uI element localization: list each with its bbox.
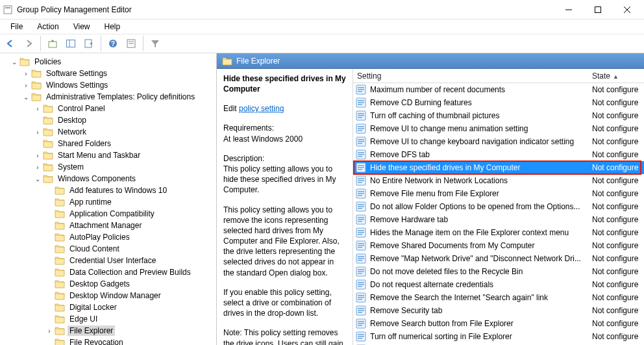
tree-item[interactable]: ·Application Compatibility: [0, 208, 216, 220]
tree-item[interactable]: ·Add features to Windows 10: [0, 185, 216, 196]
tree-item[interactable]: ·Credential User Interface: [0, 255, 216, 266]
folder-icon: [31, 80, 42, 90]
tree-item[interactable]: ·Desktop Gadgets: [0, 278, 216, 290]
chevron-down-icon[interactable]: ⌄: [22, 94, 30, 101]
chevron-right-icon[interactable]: ›: [34, 105, 42, 112]
tree-item[interactable]: ·Attachment Manager: [0, 220, 216, 231]
folder-icon: [222, 56, 232, 66]
setting-row[interactable]: Remove "Map Network Drive" and "Disconne…: [353, 252, 644, 265]
setting-state: Not configure: [592, 332, 644, 341]
description-text-1: This policy setting allows you to hide t…: [223, 164, 336, 194]
svg-text:?: ?: [111, 40, 115, 47]
folder-icon: [55, 290, 65, 301]
setting-row[interactable]: Hide these specified drives in My Comput…: [353, 161, 644, 174]
setting-row[interactable]: Maximum number of recent documentsNot co…: [353, 83, 644, 96]
setting-row[interactable]: Remove DFS tabNot configure: [353, 148, 644, 161]
tree-item[interactable]: ›System: [0, 161, 216, 173]
chevron-right-icon[interactable]: ›: [34, 164, 42, 171]
tree-item[interactable]: ·File Revocation: [0, 337, 216, 345]
folder-icon: [55, 185, 65, 196]
tree-item[interactable]: ⌄Policies: [0, 56, 216, 68]
tree-item-label: Start Menu and Taskbar: [56, 150, 142, 160]
setting-row[interactable]: Remove Shared Documents from My Computer…: [353, 239, 644, 252]
tree-item[interactable]: ·Desktop: [0, 114, 216, 126]
setting-row[interactable]: Do not allow Folder Options to be opened…: [353, 200, 644, 213]
folder-icon: [55, 302, 65, 313]
chevron-right-icon[interactable]: ›: [22, 82, 30, 89]
column-headers[interactable]: Setting State▲: [353, 69, 644, 83]
tree-item[interactable]: ·App runtime: [0, 196, 216, 208]
policy-item-icon: [356, 227, 366, 238]
tree-item[interactable]: ·Desktop Window Manager: [0, 290, 216, 301]
menu-file[interactable]: File: [4, 21, 29, 32]
chevron-right-icon[interactable]: ›: [34, 152, 42, 159]
tree-item-label: Administrative Templates: Policy definit…: [44, 92, 197, 102]
col-setting[interactable]: Setting: [357, 71, 381, 81]
setting-name: No Entire Network in Network Locations: [370, 176, 592, 185]
tree-item[interactable]: ·AutoPlay Policies: [0, 231, 216, 243]
show-hide-console-tree-button[interactable]: [63, 36, 79, 51]
maximize-button[interactable]: [583, 0, 612, 19]
svg-rect-10: [49, 42, 56, 47]
folder-icon: [55, 220, 65, 231]
setting-row[interactable]: Hides the Manage item on the File Explor…: [353, 226, 644, 239]
setting-row[interactable]: Turn off numerical sorting in File Explo…: [353, 330, 644, 343]
setting-state: Not configure: [592, 98, 644, 107]
setting-row[interactable]: No Entire Network in Network LocationsNo…: [353, 174, 644, 187]
up-button[interactable]: [45, 36, 60, 51]
setting-name: Do not request alternate credentials: [370, 280, 592, 289]
menu-action[interactable]: Action: [31, 21, 65, 32]
back-button[interactable]: [3, 36, 18, 51]
policy-item-icon: [356, 162, 366, 173]
setting-row[interactable]: Remove Search button from File ExplorerN…: [353, 317, 644, 330]
requirements-label: Requirements:: [223, 123, 274, 133]
chevron-down-icon[interactable]: ⌄: [10, 58, 18, 66]
setting-row[interactable]: Remove UI to change menu animation setti…: [353, 122, 644, 135]
filter-button[interactable]: [147, 36, 163, 51]
chevron-right-icon[interactable]: ›: [34, 129, 42, 136]
setting-row[interactable]: Turn off caching of thumbnail picturesNo…: [353, 109, 644, 122]
tree-item-label: Windows Components: [56, 173, 138, 184]
setting-row[interactable]: Remove File menu from File ExplorerNot c…: [353, 187, 644, 200]
setting-row[interactable]: Do not request alternate credentialsNot …: [353, 278, 644, 291]
chevron-right-icon[interactable]: ›: [22, 70, 30, 77]
setting-name: Remove "Map Network Drive" and "Disconne…: [370, 254, 592, 263]
tree-item[interactable]: ·Cloud Content: [0, 243, 216, 255]
location-bar: File Explorer: [217, 53, 644, 69]
tree-item[interactable]: ›Start Menu and Taskbar: [0, 149, 216, 161]
tree-item[interactable]: ⌄Windows Components: [0, 173, 216, 185]
tree-item[interactable]: ⌄Administrative Templates: Policy defini…: [0, 91, 216, 103]
tree-item[interactable]: ·Digital Locker: [0, 301, 216, 313]
menu-view[interactable]: View: [67, 21, 97, 32]
setting-row[interactable]: Remove CD Burning featuresNot configure: [353, 96, 644, 109]
tree-item[interactable]: ›Network: [0, 126, 216, 138]
forward-button[interactable]: [21, 36, 36, 51]
setting-row[interactable]: Remove Hardware tabNot configure: [353, 213, 644, 226]
setting-row[interactable]: Remove Security tabNot configure: [353, 304, 644, 317]
tree-item[interactable]: ·Edge UI: [0, 313, 216, 325]
menu-help[interactable]: Help: [98, 21, 127, 32]
setting-row[interactable]: Remove the Search the Internet "Search a…: [353, 291, 644, 304]
tree-item[interactable]: ›Windows Settings: [0, 79, 216, 91]
chevron-right-icon[interactable]: ›: [45, 327, 53, 335]
tree-item-label: Cloud Content: [68, 244, 121, 254]
chevron-down-icon[interactable]: ⌄: [34, 175, 42, 183]
close-button[interactable]: [612, 0, 641, 19]
col-state[interactable]: State: [592, 71, 610, 81]
tree-item-label: System: [56, 162, 86, 172]
setting-row[interactable]: Do not move deleted files to the Recycle…: [353, 265, 644, 278]
edit-policy-link[interactable]: policy setting: [239, 104, 284, 113]
tree-item[interactable]: ›Control Panel: [0, 103, 216, 114]
tree-item[interactable]: ·Shared Folders: [0, 138, 216, 149]
properties-button[interactable]: [123, 36, 139, 51]
help-button[interactable]: ?: [105, 36, 121, 51]
tree-item[interactable]: ·Data Collection and Preview Builds: [0, 266, 216, 278]
tree-item[interactable]: ›File Explorer: [0, 325, 216, 337]
tree-pane[interactable]: ⌄Policies›Software Settings›Windows Sett…: [0, 53, 217, 345]
export-list-button[interactable]: [81, 36, 97, 51]
setting-row[interactable]: Remove UI to change keyboard navigation …: [353, 135, 644, 148]
folder-icon: [31, 68, 42, 79]
folder-icon: [55, 267, 65, 277]
minimize-button[interactable]: [554, 0, 583, 19]
tree-item[interactable]: ›Software Settings: [0, 68, 216, 79]
